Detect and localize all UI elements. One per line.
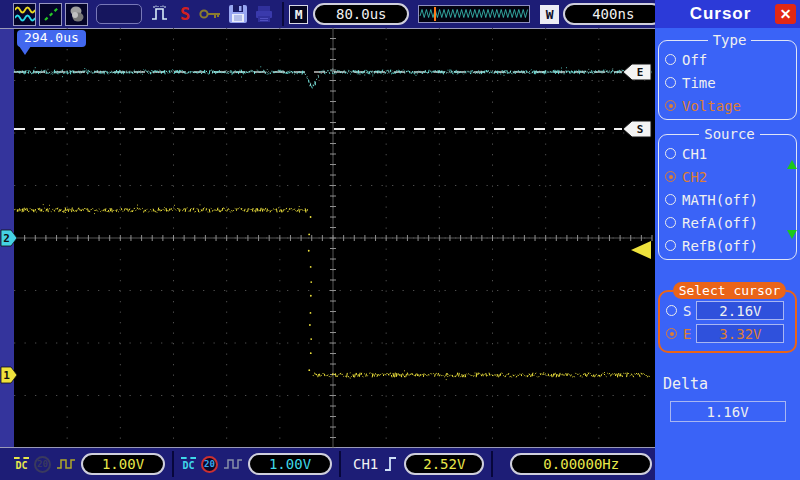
save-icon xyxy=(228,4,248,24)
menu-title: Cursor xyxy=(690,4,752,24)
memory-bar xyxy=(418,5,530,23)
radio-cursor-e[interactable]: E 3.32V xyxy=(666,322,793,345)
ch1-scale-readout: 1.00V xyxy=(81,453,165,475)
pulse-icon xyxy=(150,4,172,24)
source-group-legend: Source xyxy=(699,126,760,142)
status-bar: DC 20 1.00V DC 20 1.00V CH1 2.52V 0.0000… xyxy=(0,448,655,480)
trigger-slope-icon xyxy=(383,455,399,473)
radio-icon xyxy=(665,148,676,159)
select-cursor-group: Select cursor S 2.16V E 3.32V xyxy=(658,282,797,353)
svg-text:E: E xyxy=(637,66,644,79)
ch1-coupling-icon: DC xyxy=(14,457,29,471)
coupling-dashes xyxy=(181,457,196,459)
type-group: Type Off Time Voltage xyxy=(658,32,797,120)
coupling-dashes xyxy=(14,457,29,459)
ch2-bandwidth-icon: 20 xyxy=(201,456,218,473)
window-timebase-label: W xyxy=(540,5,559,24)
radio-label: RefA(off) xyxy=(682,215,758,231)
cursor-menu-panel: Cursor ✕ Type Off Time Voltage Source CH… xyxy=(655,0,800,480)
radio-icon xyxy=(665,54,676,65)
ch2-scale-readout: 1.00V xyxy=(248,453,332,475)
ch2-squarewave-icon xyxy=(223,457,243,471)
select-cursor-legend[interactable]: Select cursor xyxy=(673,282,787,299)
statusbar-separator xyxy=(172,451,174,477)
type-group-legend: Type xyxy=(708,32,752,48)
radio-icon xyxy=(666,328,677,339)
svg-text:S: S xyxy=(637,123,644,136)
radio-cursor-s[interactable]: S 2.16V xyxy=(666,299,793,322)
radio-source-refb[interactable]: RefB(off) xyxy=(665,234,794,257)
svg-text:1: 1 xyxy=(3,369,10,382)
trigger-source-label: CH1 xyxy=(353,456,378,472)
radio-icon xyxy=(665,100,676,111)
ch1-squarewave-icon xyxy=(56,457,76,471)
radio-icon xyxy=(665,217,676,228)
radio-label: Voltage xyxy=(682,98,741,114)
radio-label: RefB(off) xyxy=(682,238,758,254)
radio-label: Off xyxy=(682,52,707,68)
channels-icon xyxy=(13,3,36,26)
delta-value: 1.16V xyxy=(670,401,786,422)
coupling-text: DC xyxy=(15,460,27,471)
main-timebase-label: M xyxy=(289,5,308,24)
statusbar-separator xyxy=(491,451,493,477)
print-icon xyxy=(254,4,274,24)
trigger-position-pointer-icon xyxy=(19,46,31,55)
radio-label: S xyxy=(683,303,691,319)
radio-source-ch1[interactable]: CH1 xyxy=(665,142,794,165)
key-icon xyxy=(198,6,222,22)
statusbar-separator xyxy=(339,451,341,477)
empty-slot xyxy=(96,4,142,24)
trigger-frequency-readout: 0.00000Hz xyxy=(510,453,652,475)
radio-source-ch2[interactable]: CH2 xyxy=(665,165,794,188)
window-timebase-readout: 400ns xyxy=(563,3,663,25)
radio-icon xyxy=(665,77,676,88)
waveform-display: ES21 xyxy=(0,28,655,448)
scroll-up-icon[interactable] xyxy=(787,160,797,169)
menu-header: Cursor ✕ xyxy=(655,0,800,28)
radio-type-off[interactable]: Off xyxy=(665,48,794,71)
coupling-text: DC xyxy=(182,460,194,471)
noise-blob-icon xyxy=(65,3,88,26)
radio-label: CH1 xyxy=(682,146,707,162)
radio-type-voltage[interactable]: Voltage xyxy=(665,94,794,117)
ch2-coupling-icon: DC xyxy=(181,457,196,471)
cursor-e-value: 3.32V xyxy=(696,324,784,343)
trigger-level-readout: 2.52V xyxy=(404,453,484,475)
radio-icon xyxy=(665,240,676,251)
trigger-position-readout: 294.0us xyxy=(17,30,86,47)
radio-icon xyxy=(665,194,676,205)
cursor-s-value: 2.16V xyxy=(696,301,784,320)
radio-icon xyxy=(665,171,676,182)
toolbar: S M 80.0us W 400ns xyxy=(0,0,655,28)
svg-text:2: 2 xyxy=(3,232,10,245)
source-group: Source CH1 CH2 MATH(off) RefA(off) RefB(… xyxy=(658,126,797,260)
radio-type-time[interactable]: Time xyxy=(665,71,794,94)
radio-source-refa[interactable]: RefA(off) xyxy=(665,211,794,234)
radio-label: E xyxy=(683,326,691,342)
toolbar-separator xyxy=(282,2,284,26)
stop-status: S xyxy=(180,4,190,24)
ch1-bandwidth-icon: 20 xyxy=(34,456,51,473)
radio-label: CH2 xyxy=(682,169,707,185)
close-icon[interactable]: ✕ xyxy=(775,4,796,24)
radio-icon xyxy=(666,305,677,316)
radio-label: Time xyxy=(682,75,716,91)
main-timebase-readout: 80.0us xyxy=(313,3,409,25)
scroll-down-icon[interactable] xyxy=(787,230,797,239)
delta-label: Delta xyxy=(663,375,800,393)
radio-source-math[interactable]: MATH(off) xyxy=(665,188,794,211)
radio-label: MATH(off) xyxy=(682,192,758,208)
dashed-line-icon xyxy=(39,3,62,26)
